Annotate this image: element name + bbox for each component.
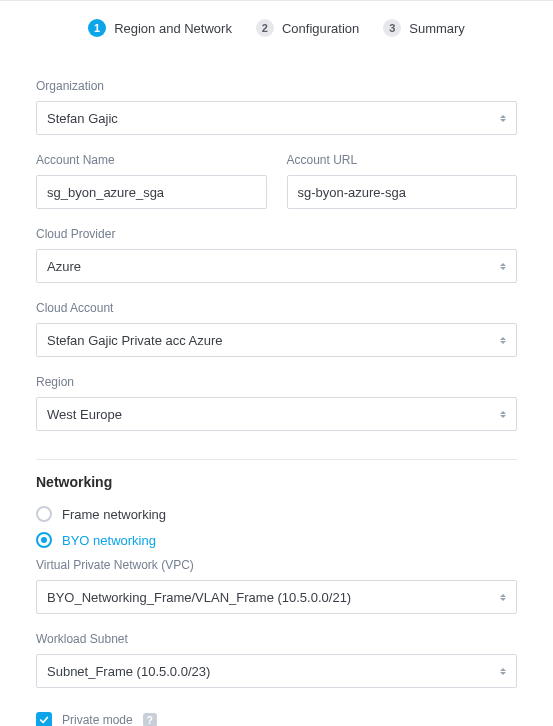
private-mode-label: Private mode — [62, 713, 133, 726]
region-value: West Europe — [47, 407, 122, 422]
networking-title: Networking — [36, 474, 517, 490]
field-workload-subnet: Workload Subnet Subnet_Frame (10.5.0.0/2… — [36, 632, 517, 688]
label-cloud-provider: Cloud Provider — [36, 227, 517, 241]
label-vpc: Virtual Private Network (VPC) — [36, 558, 517, 572]
radio-byo-networking[interactable]: BYO networking — [36, 532, 517, 548]
chevron-updown-icon — [500, 411, 506, 418]
field-account-name: Account Name — [36, 153, 267, 209]
vpc-select[interactable]: BYO_Networking_Frame/VLAN_Frame (10.5.0.… — [36, 580, 517, 614]
cloud-provider-select[interactable]: Azure — [36, 249, 517, 283]
region-select[interactable]: West Europe — [36, 397, 517, 431]
private-mode-checkbox[interactable] — [36, 712, 52, 726]
chevron-updown-icon — [500, 594, 506, 601]
vpc-value: BYO_Networking_Frame/VLAN_Frame (10.5.0.… — [47, 590, 351, 605]
step-label: Configuration — [282, 21, 359, 36]
workload-subnet-select[interactable]: Subnet_Frame (10.5.0.0/23) — [36, 654, 517, 688]
cloud-account-value: Stefan Gajic Private acc Azure — [47, 333, 223, 348]
step-label: Summary — [409, 21, 465, 36]
chevron-updown-icon — [500, 668, 506, 675]
radio-label: BYO networking — [62, 533, 156, 548]
step-label: Region and Network — [114, 21, 232, 36]
account-name-input[interactable] — [36, 175, 267, 209]
chevron-updown-icon — [500, 337, 506, 344]
help-icon[interactable]: ? — [143, 713, 157, 726]
step-region-network[interactable]: 1 Region and Network — [88, 19, 232, 37]
label-account-url: Account URL — [287, 153, 518, 167]
label-account-name: Account Name — [36, 153, 267, 167]
label-cloud-account: Cloud Account — [36, 301, 517, 315]
field-cloud-account: Cloud Account Stefan Gajic Private acc A… — [36, 301, 517, 357]
form-area: Organization Stefan Gajic Account Name A… — [0, 53, 553, 726]
chevron-updown-icon — [500, 115, 506, 122]
workload-subnet-value: Subnet_Frame (10.5.0.0/23) — [47, 664, 210, 679]
label-workload-subnet: Workload Subnet — [36, 632, 517, 646]
field-account-url: Account URL — [287, 153, 518, 209]
field-vpc: Virtual Private Network (VPC) BYO_Networ… — [36, 558, 517, 614]
chevron-updown-icon — [500, 263, 506, 270]
label-organization: Organization — [36, 79, 517, 93]
radio-frame-networking[interactable]: Frame networking — [36, 506, 517, 522]
field-region: Region West Europe — [36, 375, 517, 431]
wizard-stepper: 1 Region and Network 2 Configuration 3 S… — [0, 0, 553, 53]
field-cloud-provider: Cloud Provider Azure — [36, 227, 517, 283]
radio-icon — [36, 532, 52, 548]
radio-label: Frame networking — [62, 507, 166, 522]
private-mode-row: Private mode ? — [36, 712, 517, 726]
cloud-provider-value: Azure — [47, 259, 81, 274]
step-badge: 3 — [383, 19, 401, 37]
check-icon — [39, 715, 49, 725]
cloud-account-select[interactable]: Stefan Gajic Private acc Azure — [36, 323, 517, 357]
step-configuration[interactable]: 2 Configuration — [256, 19, 359, 37]
radio-icon — [36, 506, 52, 522]
section-divider — [36, 459, 517, 460]
organization-value: Stefan Gajic — [47, 111, 118, 126]
step-summary[interactable]: 3 Summary — [383, 19, 465, 37]
step-badge: 2 — [256, 19, 274, 37]
account-url-input[interactable] — [287, 175, 518, 209]
field-organization: Organization Stefan Gajic — [36, 79, 517, 135]
label-region: Region — [36, 375, 517, 389]
organization-select[interactable]: Stefan Gajic — [36, 101, 517, 135]
step-badge: 1 — [88, 19, 106, 37]
